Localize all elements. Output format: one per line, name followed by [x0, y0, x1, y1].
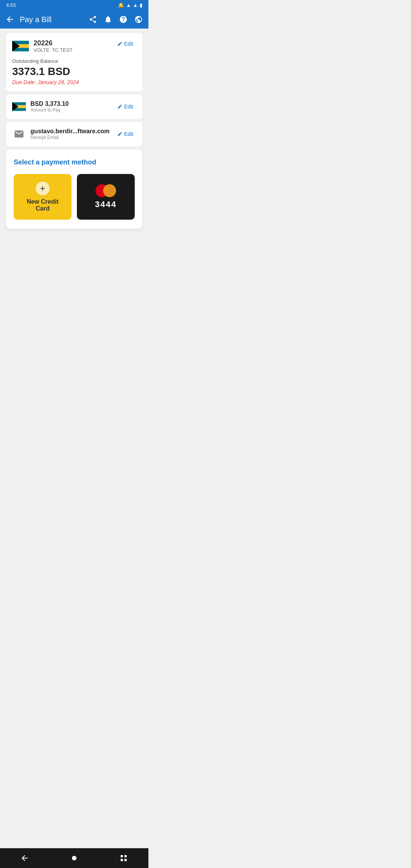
- notification-icon: 🔔: [118, 2, 124, 8]
- bahamas-flag-icon: [12, 41, 29, 51]
- signal-icon: ▲: [126, 2, 131, 8]
- page-title: Pay a Bill: [20, 15, 83, 24]
- account-provider: VOLTE TC TEST: [33, 47, 73, 53]
- back-button[interactable]: [5, 14, 15, 25]
- account-edit-button[interactable]: Edit: [114, 39, 136, 48]
- amount-edit-button[interactable]: Edit: [114, 102, 136, 111]
- globe-button[interactable]: [133, 14, 144, 25]
- balance-section: Outstanding Balance 3373.1 BSD Due Date:…: [12, 58, 136, 85]
- status-bar: 4:53 🔔 ▲ ▲ ▮: [0, 0, 148, 10]
- wifi-icon: ▲: [133, 2, 138, 8]
- mc-orange-circle: [103, 184, 116, 197]
- status-time: 4:53: [6, 2, 16, 8]
- help-button[interactable]: [118, 14, 129, 25]
- new-card-label: New Credit Card: [20, 198, 65, 212]
- amount-flag-icon: [12, 100, 26, 113]
- mastercard-logo: [96, 184, 116, 197]
- account-card: 20226 VOLTE TC TEST Edit Outstanding Bal…: [6, 33, 142, 91]
- share-button[interactable]: [88, 14, 98, 25]
- balance-amount: 3373.1 BSD: [12, 65, 136, 78]
- payment-section-title: Select a payment method: [14, 158, 135, 166]
- battery-icon: ▮: [140, 2, 142, 8]
- card-last-four: 3444: [95, 199, 117, 209]
- account-info: 20226 VOLTE TC TEST: [12, 39, 73, 53]
- payment-method-card: Select a payment method + New Credit Car…: [6, 149, 142, 229]
- notification-button[interactable]: [103, 14, 113, 25]
- amount-info: BSD 3,373.10 Amount to Pay: [12, 100, 69, 113]
- account-id: 20226: [33, 39, 73, 47]
- receipt-email-row: gustavo.berdir...ftware.com Receipt Emai…: [6, 122, 142, 146]
- amount-to-pay-row: BSD 3,373.10 Amount to Pay Edit: [6, 94, 142, 119]
- amount-label: Amount to Pay: [30, 107, 69, 113]
- email-info: gustavo.berdir...ftware.com Receipt Emai…: [12, 127, 110, 141]
- email-label: Receipt Email: [30, 135, 110, 140]
- email-icon: [12, 127, 26, 141]
- balance-label: Outstanding Balance: [12, 58, 136, 64]
- new-credit-card-button[interactable]: + New Credit Card: [14, 174, 72, 220]
- existing-card-button[interactable]: 3444: [77, 174, 135, 220]
- status-icons: 🔔 ▲ ▲ ▮: [118, 2, 142, 8]
- email-value: gustavo.berdir...ftware.com: [30, 128, 110, 135]
- plus-icon: +: [36, 182, 49, 195]
- amount-value: BSD 3,373.10: [30, 101, 69, 107]
- payment-options: + New Credit Card 3444: [14, 174, 135, 220]
- app-bar: Pay a Bill: [0, 10, 148, 29]
- due-date: Due Date: January 28, 2024: [12, 79, 136, 85]
- email-edit-button[interactable]: Edit: [114, 129, 136, 139]
- main-content: 20226 VOLTE TC TEST Edit Outstanding Bal…: [0, 29, 148, 233]
